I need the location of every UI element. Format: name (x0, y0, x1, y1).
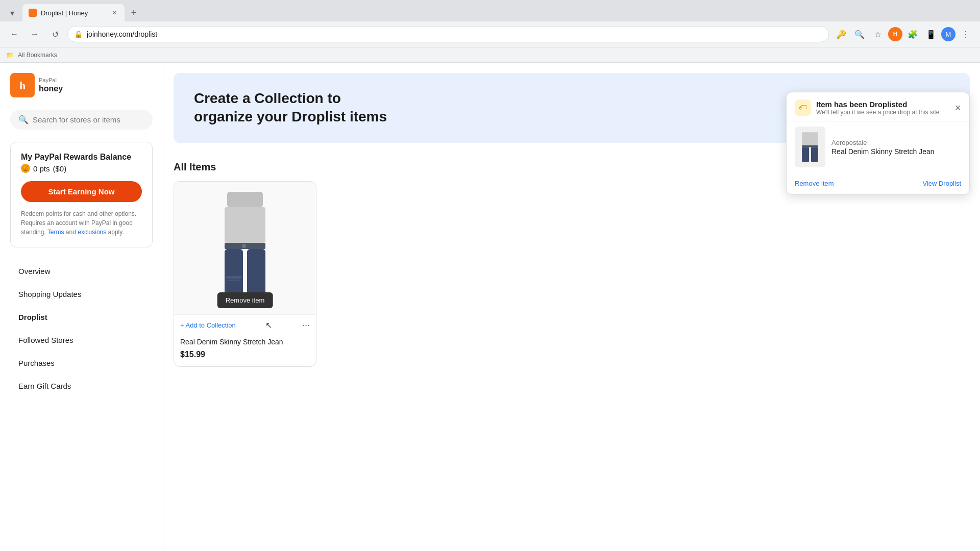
browser-toolbar: ← → ↺ 🔒 joinhoney.com/droplist 🔑 🔍 ☆ H 🧩… (0, 21, 980, 47)
sidebar-item-droplist[interactable]: Droplist (10, 306, 153, 329)
toast-subtitle: We'll tell you if we see a price drop at… (816, 109, 940, 116)
search-bar[interactable]: 🔍 Search for stores or items (10, 110, 153, 130)
toast-product: Aeropostale Real Denim Skinny Stretch Je… (787, 121, 969, 174)
toast-title: Item has been Droplisted (816, 100, 940, 109)
toast-header: 🏷 Item has been Droplisted We'll tell yo… (787, 92, 969, 121)
svg-rect-11 (802, 145, 818, 147)
tab-nav-back[interactable]: ▾ (4, 5, 20, 21)
bookmarks-folder-icon: 📁 (6, 52, 14, 59)
zoom-icon[interactable]: 🔍 (851, 26, 868, 42)
sidebar: h PayPalhoney 🔍 Search for stores or ite… (0, 63, 163, 551)
honey-extension-btn[interactable]: H (888, 27, 902, 41)
item-image (209, 192, 281, 304)
back-btn[interactable]: ← (6, 26, 22, 42)
sidebar-item-overview[interactable]: Overview (10, 260, 153, 283)
remove-item-tooltip: Remove item (217, 292, 273, 308)
toast-close-btn[interactable]: ✕ (954, 103, 961, 113)
toast-product-info: Aeropostale Real Denim Skinny Stretch Je… (831, 139, 961, 156)
svg-rect-2 (227, 192, 263, 207)
rewards-title: My PayPal Rewards Balance (21, 153, 142, 162)
toast-title-row: 🏷 Item has been Droplisted We'll tell yo… (795, 99, 940, 116)
toast-product-name: Real Denim Skinny Stretch Jean (831, 147, 961, 156)
toast-jeans-image (797, 129, 823, 165)
toast-brand: Aeropostale (831, 139, 961, 146)
item-actions: + Add to Collection ↖ ··· (174, 314, 316, 336)
toolbar-actions: 🔑 🔍 ☆ H 🧩 📱 M ⋮ (833, 26, 974, 42)
svg-point-9 (242, 244, 246, 248)
item-name: Real Denim Skinny Stretch Jean (174, 336, 316, 348)
earn-btn[interactable]: Start Earning Now (21, 181, 142, 202)
svg-rect-8 (227, 280, 240, 281)
toast-view-btn[interactable]: View Droplist (922, 180, 961, 187)
paypal-honey-logo-svg: h (10, 73, 35, 97)
section-title: All Items (174, 161, 216, 173)
svg-rect-7 (226, 276, 241, 279)
nav-menu: Overview Shopping Updates Droplist Follo… (10, 260, 153, 397)
refresh-btn[interactable]: ↺ (47, 26, 63, 42)
new-tab-btn[interactable]: + (127, 6, 141, 20)
address-bar[interactable]: 🔒 joinhoney.com/droplist (67, 26, 829, 42)
bookmarks-bar: 📁 All Bookmarks (0, 47, 980, 62)
extensions-icon[interactable]: 🧩 (904, 26, 921, 42)
sidebar-item-earn-gift-cards[interactable]: Earn Gift Cards (10, 374, 153, 397)
svg-rect-12 (802, 147, 809, 162)
key-icon[interactable]: 🔑 (833, 26, 849, 42)
item-image-container: Remove item (174, 182, 316, 314)
svg-rect-3 (225, 207, 265, 243)
items-grid: Remove item + Add to Collection ↖ ··· Re… (163, 177, 980, 371)
honey-logo[interactable]: h PayPalhoney (10, 73, 153, 97)
add-to-collection-btn[interactable]: + Add to Collection (180, 321, 236, 329)
sidebar-item-purchases[interactable]: Purchases (10, 352, 153, 374)
browser-chrome: ▾ Droplist | Honey ✕ + ← → ↺ 🔒 joinhoney… (0, 0, 980, 63)
item-card: Remove item + Add to Collection ↖ ··· Re… (174, 181, 316, 367)
devices-icon[interactable]: 📱 (923, 26, 939, 42)
tab-favicon (29, 9, 37, 17)
tab-title: Droplist | Honey (41, 9, 106, 17)
search-placeholder: Search for stores or items (33, 115, 120, 124)
collection-banner-text: Create a Collection to organize your Dro… (194, 89, 398, 127)
rewards-card: My PayPal Rewards Balance 🍯 0 pts ($0) S… (10, 142, 153, 247)
sidebar-item-shopping-updates[interactable]: Shopping Updates (10, 283, 153, 306)
lock-icon: 🔒 (74, 30, 83, 38)
toast-remove-btn[interactable]: Remove item (795, 180, 834, 187)
more-options-btn[interactable]: ··· (302, 320, 310, 331)
rewards-desc: Redeem points for cash and other options… (21, 209, 142, 237)
pts-dollar: ($0) (53, 164, 67, 173)
toast-product-image (795, 127, 825, 167)
url-text: joinhoney.com/droplist (87, 30, 822, 38)
profile-btn[interactable]: M (941, 27, 955, 41)
svg-rect-13 (811, 147, 818, 162)
svg-rect-10 (802, 132, 818, 145)
forward-btn[interactable]: → (27, 26, 43, 42)
notification-toast: 🏷 Item has been Droplisted We'll tell yo… (786, 92, 970, 195)
rewards-pts-row: 🍯 0 pts ($0) (21, 164, 142, 173)
item-price: $15.99 (174, 348, 316, 366)
active-tab[interactable]: Droplist | Honey ✕ (22, 4, 125, 21)
exclusions-link[interactable]: exclusions (78, 229, 106, 236)
tab-bar: ▾ Droplist | Honey ✕ + (0, 0, 980, 21)
toast-text-block: Item has been Droplisted We'll tell you … (816, 100, 940, 116)
honey-coin-icon: 🍯 (21, 164, 30, 173)
star-icon[interactable]: ☆ (870, 26, 886, 42)
svg-text:h: h (19, 79, 26, 92)
toast-actions: Remove item View Droplist (787, 174, 969, 194)
paypal-text: PayPalhoney (39, 77, 63, 93)
terms-link[interactable]: Terms (47, 229, 64, 236)
search-icon: 🔍 (18, 115, 29, 124)
sidebar-item-followed-stores[interactable]: Followed Stores (10, 329, 153, 352)
tab-close-btn[interactable]: ✕ (110, 9, 118, 17)
bookmarks-label[interactable]: All Bookmarks (18, 52, 57, 59)
menu-icon[interactable]: ⋮ (958, 26, 974, 42)
pts-amount: 0 pts (33, 164, 50, 173)
cursor-icon: ↖ (265, 320, 272, 330)
toast-droplisted-icon: 🏷 (795, 99, 811, 116)
